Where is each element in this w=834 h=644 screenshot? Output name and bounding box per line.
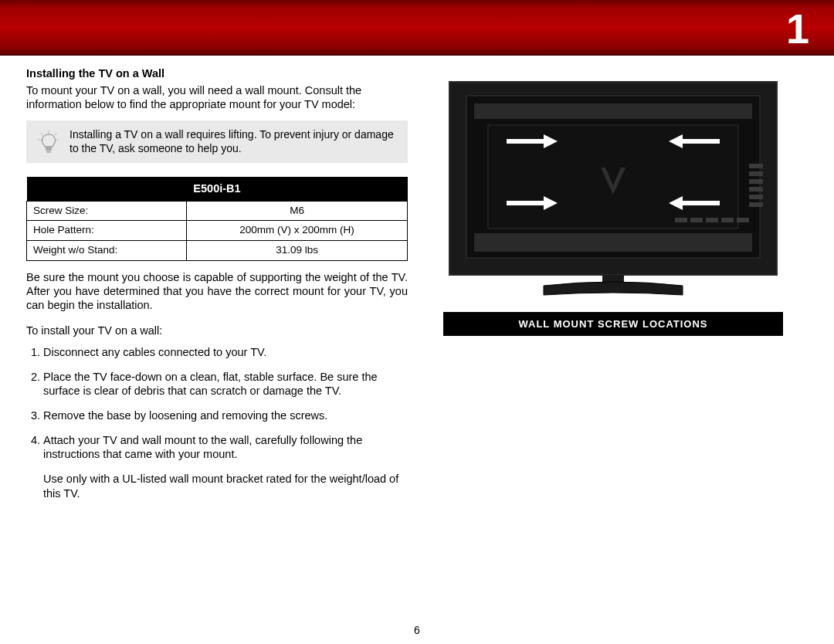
svg-rect-25 [749, 187, 763, 192]
svg-rect-22 [749, 164, 763, 168]
spec-value: 31.09 lbs [187, 241, 408, 261]
svg-rect-30 [706, 218, 718, 222]
table-row: Screw Size: M6 [27, 201, 408, 221]
svg-rect-23 [749, 171, 763, 176]
spec-label: Hole Pattern: [27, 221, 187, 241]
spec-value: 200mm (V) x 200mm (H) [187, 221, 408, 241]
svg-line-2 [55, 133, 57, 135]
svg-rect-14 [507, 139, 544, 144]
svg-line-3 [38, 139, 41, 140]
table-row: Weight w/o Stand: 31.09 lbs [27, 241, 408, 261]
svg-rect-5 [46, 147, 53, 149]
step-note: Use only with a UL-listed wall mount bra… [43, 472, 408, 500]
spec-label: Screw Size: [27, 201, 187, 221]
pre-list-text: To install your TV on a wall: [26, 324, 408, 337]
svg-rect-27 [749, 202, 763, 207]
svg-rect-31 [721, 218, 734, 222]
section-heading: Installing the TV on a Wall [26, 66, 408, 80]
spec-table-header: E500i-B1 [27, 177, 408, 201]
svg-rect-29 [690, 218, 703, 222]
tv-back-figure: WALL MOUNT SCREW LOCATIONS [443, 79, 783, 336]
svg-rect-7 [46, 151, 51, 153]
svg-rect-11 [474, 103, 752, 119]
chapter-number: 1 [786, 5, 808, 53]
right-column: WALL MOUNT SCREW LOCATIONS [443, 66, 783, 511]
svg-rect-20 [683, 201, 720, 205]
svg-line-1 [41, 133, 43, 135]
svg-rect-26 [749, 195, 763, 199]
list-item: Remove the base by loosening and removin… [43, 408, 408, 422]
tip-callout: Installing a TV on a wall requires lifti… [26, 120, 408, 163]
svg-rect-12 [474, 233, 752, 252]
lightbulb-icon [36, 129, 62, 155]
install-steps-list: Disconnect any cables connected to your … [26, 345, 408, 500]
figure-caption: WALL MOUNT SCREW LOCATIONS [443, 312, 783, 336]
header-bar: 1 [0, 0, 834, 56]
after-table-paragraph: Be sure the mount you choose is capable … [26, 270, 408, 312]
page-number: 6 [0, 624, 834, 636]
left-column: Installing the TV on a Wall To mount you… [26, 66, 408, 511]
list-item: Attach your TV and wall mount to the wal… [43, 433, 408, 500]
svg-rect-6 [46, 149, 52, 151]
svg-rect-28 [675, 218, 687, 222]
svg-rect-18 [507, 201, 544, 205]
svg-line-4 [56, 139, 59, 140]
content-area: Installing the TV on a Wall To mount you… [0, 56, 834, 511]
svg-rect-24 [749, 179, 763, 184]
list-item: Disconnect any cables connected to your … [43, 345, 408, 359]
svg-rect-16 [683, 139, 720, 144]
table-row: Hole Pattern: 200mm (V) x 200mm (H) [27, 221, 408, 241]
spec-table: E500i-B1 Screw Size: M6 Hole Pattern: 20… [26, 177, 408, 261]
intro-paragraph: To mount your TV on a wall, you will nee… [26, 83, 408, 111]
list-item: Place the TV face-down on a clean, flat,… [43, 370, 408, 398]
svg-rect-32 [737, 218, 749, 222]
spec-value: M6 [187, 201, 408, 221]
tv-back-illustration [443, 79, 783, 303]
tip-text: Installing a TV on a wall requires lifti… [70, 128, 398, 155]
step-4-text: Attach your TV and wall mount to the wal… [43, 434, 362, 460]
spec-label: Weight w/o Stand: [27, 241, 187, 261]
